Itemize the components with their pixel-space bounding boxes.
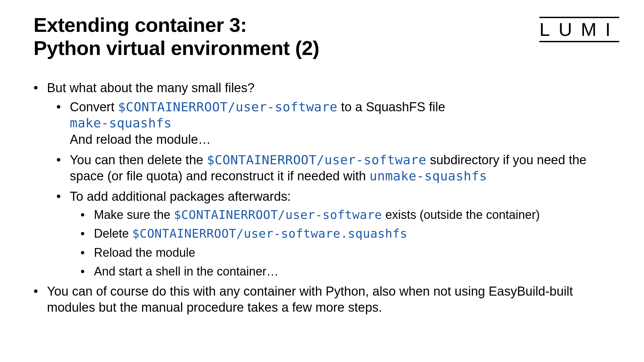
bullet-text: You can of course do this with any conta…	[47, 284, 573, 315]
slide: Extending container 3: Python virtual en…	[0, 0, 644, 362]
bullet-l2-add-packages: To add additional packages afterwards: M…	[56, 188, 610, 279]
bullet-l3-delete-squashfs: Delete $CONTAINERROOT/user-software.squa…	[80, 226, 610, 241]
lumi-logo: LUMI	[539, 17, 619, 42]
text-segment: to a SquashFS file	[337, 100, 445, 114]
code-unmake-squashfs: unmake-squashfs	[369, 169, 487, 183]
bullet-list-level2: Convert $CONTAINERROOT/user-software to …	[47, 99, 610, 279]
text-segment: Convert	[70, 100, 118, 114]
bullet-l3-start-shell: And start a shell in the container…	[80, 264, 610, 279]
slide-header: Extending container 3: Python virtual en…	[34, 13, 610, 60]
title-block: Extending container 3: Python virtual en…	[34, 13, 539, 60]
code-user-software-squashfs: $CONTAINERROOT/user-software.squashfs	[132, 227, 407, 240]
bullet-list-level3: Make sure the $CONTAINERROOT/user-softwa…	[70, 207, 610, 279]
bullet-l3-reload-module: Reload the module	[80, 245, 610, 260]
title-line-1: Extending container 3:	[34, 13, 539, 37]
text-segment: Delete	[94, 227, 132, 240]
bullet-l1-small-files: But what about the many small files? Con…	[34, 80, 610, 279]
bullet-text: To add additional packages afterwards:	[70, 189, 291, 203]
slide-body: But what about the many small files? Con…	[34, 80, 610, 316]
text-segment: You can then delete the	[70, 153, 207, 167]
text-segment: exists (outside the container)	[382, 208, 540, 222]
bullet-l1-any-container: You can of course do this with any conta…	[34, 283, 610, 316]
bullet-l2-convert: Convert $CONTAINERROOT/user-software to …	[56, 99, 610, 148]
code-containerroot-user-software: $CONTAINERROOT/user-software	[118, 100, 338, 114]
bullet-text: Reload the module	[94, 246, 195, 259]
text-segment: And reload the module…	[70, 132, 211, 146]
code-make-squashfs: make-squashfs	[70, 116, 172, 130]
code-containerroot-user-software: $CONTAINERROOT/user-software	[207, 153, 427, 167]
bullet-l2-delete-reconstruct: You can then delete the $CONTAINERROOT/u…	[56, 152, 610, 184]
bullet-text: And start a shell in the container…	[94, 264, 278, 278]
bullet-list-level1: But what about the many small files? Con…	[34, 80, 610, 316]
title-line-2: Python virtual environment (2)	[34, 37, 539, 60]
bullet-text: But what about the many small files?	[47, 81, 255, 95]
bullet-l3-make-sure-exists: Make sure the $CONTAINERROOT/user-softwa…	[80, 207, 610, 223]
code-containerroot-user-software: $CONTAINERROOT/user-software	[174, 208, 382, 222]
text-segment: Make sure the	[94, 208, 174, 222]
